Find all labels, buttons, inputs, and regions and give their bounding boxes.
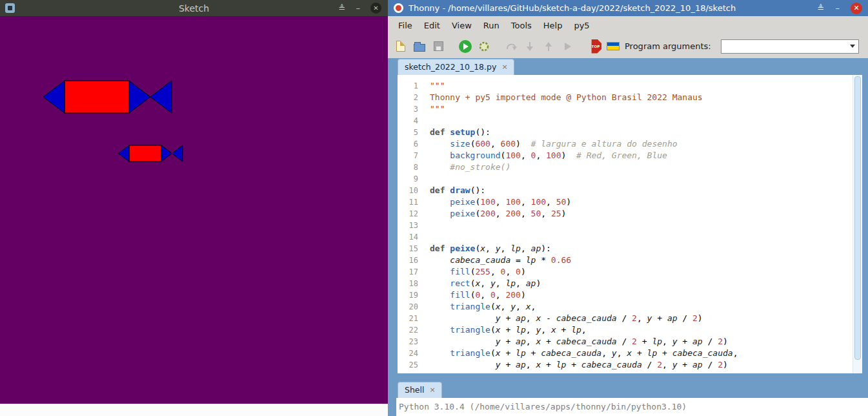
menu-tools[interactable]: Tools [505, 17, 538, 34]
line-number: 1 [398, 80, 418, 92]
code-line: rect(x, y, lp, ap) [430, 278, 853, 289]
line-number: 10 [398, 185, 418, 196]
new-file-button[interactable] [394, 39, 408, 54]
editor-tab-bar: sketch_2022_10_18.py × [398, 58, 514, 75]
code-line: size(600, 600) # largura e altura do des… [430, 138, 853, 150]
code-line: peixe(100, 100, 100, 50) [430, 196, 853, 208]
workbench: sketch_2022_10_18.py × 12345678910111213… [388, 58, 868, 416]
menu-help[interactable]: Help [538, 17, 569, 34]
ukraine-flag-icon [607, 42, 620, 50]
menu-edit[interactable]: Edit [418, 17, 446, 34]
step-over-icon [505, 41, 517, 52]
shell-tab-bar: Shell × [398, 382, 442, 398]
line-number: 2 [398, 92, 418, 103]
code-line: def draw(): [430, 185, 853, 196]
open-file-button[interactable] [412, 39, 427, 54]
shell-tab-label: Shell [405, 385, 425, 395]
line-number: 4 [398, 115, 418, 127]
editor-code[interactable]: """Thonny + py5 imported mode @ Python B… [425, 75, 853, 373]
program-arguments-combobox[interactable] [721, 39, 859, 54]
line-number: 25 [398, 359, 418, 371]
code-line: triangle(x, y, x, [430, 301, 853, 313]
step-into-button[interactable] [523, 39, 537, 54]
thonny-shade-button[interactable]: ≜ [818, 3, 825, 13]
editor-scrollbar[interactable] [853, 75, 862, 373]
line-number: 3 [398, 103, 418, 115]
thonny-titlebar: Thonny - /home/villares/GitHub/sketch-a-… [388, 0, 868, 16]
editor-tab[interactable]: sketch_2022_10_18.py × [398, 59, 514, 75]
thonny-window: Thonny - /home/villares/GitHub/sketch-a-… [388, 0, 868, 416]
code-line: triangle(x + lp, y, x + lp, [430, 324, 853, 336]
run-play-icon [459, 40, 472, 53]
code-line: Thonny + py5 imported mode @ Python Bras… [430, 92, 853, 103]
editor-tab-close-icon[interactable]: × [501, 63, 507, 70]
debug-gear-icon [478, 40, 490, 53]
run-script-button[interactable] [458, 39, 472, 54]
menu-run[interactable]: Run [478, 17, 505, 34]
code-line: """ [430, 103, 853, 115]
sketch-app-icon [5, 3, 15, 13]
editor-tab-label: sketch_2022_10_18.py [405, 62, 496, 72]
sketch-close-button[interactable]: ✕ [370, 3, 381, 14]
line-number: 9 [398, 173, 418, 185]
sketch-canvas [0, 16, 388, 404]
line-number: 19 [398, 289, 418, 301]
step-over-button[interactable] [504, 39, 518, 54]
program-arguments-input[interactable] [722, 41, 858, 54]
code-line: y + ap, x + cabeca_cauda / 2 + lp, y + a… [430, 336, 853, 348]
code-line: fill(255, 0, 0) [430, 266, 853, 278]
menu-bar: FileEditViewRunToolsHelppy5 [388, 16, 868, 34]
sketch-window: Sketch ≜ – ✕ [0, 0, 388, 404]
shell-tab[interactable]: Shell × [398, 382, 442, 398]
save-file-button[interactable] [431, 39, 445, 54]
code-line: fill(0, 0, 200) [430, 289, 853, 301]
toolbar: STOP Program arguments: [388, 34, 868, 58]
line-number: 21 [398, 313, 418, 324]
code-line: #no_stroke() [430, 161, 853, 173]
open-folder-icon [414, 44, 425, 52]
stop-octagon-icon: STOP [587, 39, 601, 54]
sketch-minimize-button[interactable]: – [356, 4, 361, 12]
combobox-dropdown-icon[interactable] [850, 45, 855, 48]
code-editor[interactable]: 1234567891011121314151617181920212223242… [398, 75, 862, 373]
thonny-logo-icon [394, 3, 403, 13]
save-floppy-icon [434, 41, 443, 51]
sketch-canvas-svg [0, 16, 388, 404]
thonny-minimize-button[interactable]: – [836, 3, 840, 13]
resume-button[interactable] [560, 39, 574, 54]
support-ukraine-button[interactable] [606, 39, 620, 54]
line-number: 20 [398, 301, 418, 313]
line-number: 13 [398, 220, 418, 231]
line-number: 14 [398, 231, 418, 243]
resume-play-icon [561, 41, 573, 52]
line-number: 17 [398, 266, 418, 278]
menu-view[interactable]: View [446, 17, 478, 34]
debug-script-button[interactable] [477, 39, 491, 54]
code-line: y + ap, x + lp + cabeca_cauda / 2, y + a… [430, 359, 853, 371]
code-line: def setup(): [430, 127, 853, 138]
line-number: 12 [398, 208, 418, 220]
step-out-button[interactable] [541, 39, 556, 54]
code-line: """ [430, 80, 853, 92]
code-line: triangle(x + lp + cabeca_cauda, y, x + l… [430, 348, 853, 359]
shell-tab-close-icon[interactable]: × [430, 386, 436, 393]
sketch-window-title: Sketch [0, 3, 388, 14]
line-number: 7 [398, 150, 418, 161]
line-number: 15 [398, 243, 418, 255]
line-number: 22 [398, 324, 418, 336]
step-out-icon [543, 41, 554, 52]
code-line: background(100, 0, 100) # Red, Green, Bl… [430, 150, 853, 161]
stop-button[interactable]: STOP [587, 39, 601, 54]
code-line [430, 115, 853, 127]
line-number: 5 [398, 127, 418, 138]
line-number: 8 [398, 161, 418, 173]
shell-panel[interactable]: Python 3.10.4 (/home/villares/apps/thonn… [396, 398, 868, 416]
thonny-close-button[interactable]: ✕ [851, 3, 862, 14]
line-number: 23 [398, 336, 418, 348]
menu-py5[interactable]: py5 [568, 17, 595, 34]
code-line: cabeca_cauda = lp * 0.66 [430, 255, 853, 266]
menu-file[interactable]: File [392, 17, 418, 34]
editor-scrollbar-thumb[interactable] [854, 76, 861, 360]
thonny-window-title: Thonny - /home/villares/GitHub/sketch-a-… [409, 3, 812, 13]
sketch-shade-button[interactable]: ≜ [339, 4, 346, 12]
